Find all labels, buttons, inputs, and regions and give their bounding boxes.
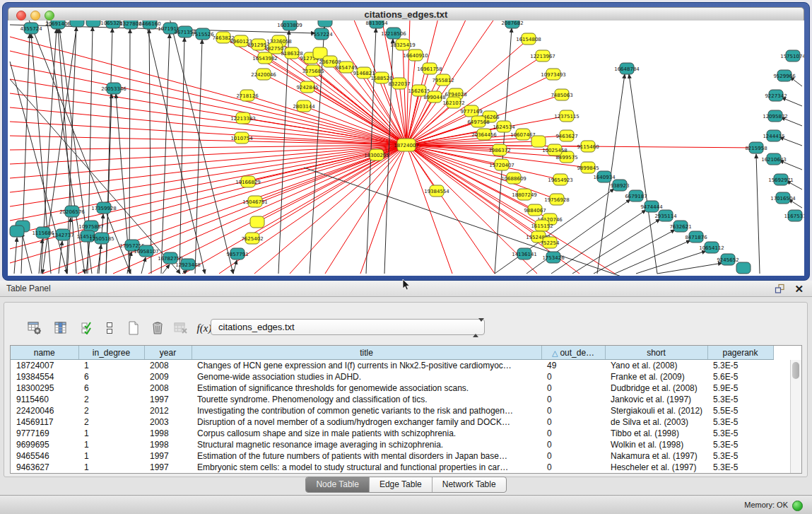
graph-node[interactable]: 9857791 (226, 248, 248, 259)
graph-node[interactable]: 1624534 (493, 121, 515, 132)
table-row[interactable]: 1456911722003Disruption of a novel membe… (11, 416, 773, 428)
select-all-icon[interactable] (76, 318, 98, 338)
graph-node[interactable]: 10688609 (501, 173, 526, 184)
graph-node[interactable]: 12218506 (381, 28, 406, 39)
table-row[interactable]: 946554611997Estimation of the future num… (11, 450, 773, 462)
scrollbar-thumb[interactable] (792, 362, 799, 379)
graph-node[interactable]: 16210643 (761, 153, 787, 165)
table-row[interactable]: 969969511998Structural magnetic resonanc… (11, 439, 773, 450)
graph-node[interactable]: 16961758 (417, 63, 442, 74)
graph-node[interactable]: 19756928 (544, 194, 570, 205)
graph-node[interactable]: 7485063 (551, 89, 572, 100)
delete-entries-icon[interactable] (147, 318, 168, 338)
column-header-out_de[interactable]: △out_de… (541, 346, 605, 360)
graph-node[interactable]: 7557224 (310, 28, 333, 40)
graph-node[interactable]: 9463627 (555, 130, 577, 141)
svg-text:19756928: 19756928 (544, 197, 570, 203)
table-row[interactable]: 1938455462009Genome-wide association stu… (11, 371, 773, 382)
graph-node[interactable]: 9115460 (577, 141, 599, 152)
graph-node[interactable]: 15692971 (768, 174, 794, 185)
column-header-in_degree[interactable]: in_degree (78, 346, 144, 360)
graph-node[interactable]: 1342737 (52, 229, 73, 240)
graph-node[interactable]: 14136141 (512, 248, 537, 259)
column-header-year[interactable]: year (144, 346, 192, 360)
column-header-title[interactable]: title (192, 346, 541, 360)
graph-node[interactable]: 1010754 (230, 132, 253, 144)
graph-node[interactable] (10, 226, 24, 237)
graph-node[interactable]: 19166829 (235, 176, 261, 187)
graph-node[interactable]: 18325419 (390, 39, 416, 50)
create-table-icon[interactable] (123, 318, 144, 338)
network-canvas[interactable]: 7463822896012389129541322605898275031654… (8, 21, 804, 276)
graph-node[interactable]: 20206576 (59, 206, 85, 217)
graph-node[interactable]: 1167533 (784, 210, 804, 221)
graph-node[interactable]: 2803144 (293, 100, 315, 112)
table-row[interactable]: 1872400712008Changes of HCN gene express… (11, 360, 773, 372)
table-selector-dropdown[interactable]: citations_edges.txt (211, 319, 485, 335)
float-panel-icon[interactable] (775, 284, 785, 294)
graph-node[interactable]: 9227342 (765, 90, 787, 101)
graph-node[interactable]: 4355724 (20, 23, 42, 34)
graph-node[interactable]: 16648784 (614, 63, 640, 74)
graph-node[interactable]: 18724007 (394, 139, 419, 151)
column-header-short[interactable]: short (605, 346, 707, 360)
graph-node[interactable] (70, 21, 84, 27)
column-header-name[interactable]: name (11, 346, 78, 360)
memory-status-indicator[interactable] (792, 501, 803, 511)
column-header-pagerank[interactable]: pagerank (707, 346, 773, 360)
graph-node[interactable]: 15046791 (242, 196, 268, 207)
graph-node[interactable]: 12375115 (554, 110, 579, 122)
graph-node[interactable] (86, 21, 100, 27)
graph-node[interactable]: 12213967 (530, 50, 555, 62)
table-settings-icon[interactable] (24, 318, 45, 338)
network-window-titlebar[interactable]: citations_edges.txt (8, 7, 804, 21)
table-row[interactable]: 911546021997Tourette syndrome. Phenomeno… (11, 394, 773, 405)
graph-node[interactable] (736, 262, 751, 274)
graph-node[interactable]: 9899845 (577, 162, 599, 173)
tab-node-table[interactable]: Node Table (306, 477, 369, 492)
graph-node[interactable]: 16154808 (516, 33, 541, 45)
graph-node[interactable]: 938923 (611, 180, 630, 191)
graph-node[interactable]: 16640910 (403, 49, 428, 61)
graph-node[interactable]: 10654112 (699, 242, 724, 253)
graph-node[interactable]: 8813054 (365, 21, 388, 28)
vertical-scrollbar[interactable] (790, 360, 801, 473)
graph-node[interactable]: 6679187 (625, 190, 647, 201)
graph-node[interactable]: 22420046 (251, 69, 276, 80)
graph-node[interactable]: 19654923 (548, 174, 573, 185)
graph-node[interactable]: 9529966 (773, 70, 796, 81)
graph-node[interactable]: 7632621 (669, 221, 691, 232)
close-panel-icon[interactable]: ✕ (794, 281, 804, 296)
table-row[interactable]: 1830029562008Estimation of significance … (11, 382, 773, 394)
graph-node[interactable]: 19384554 (424, 185, 449, 197)
graph-node[interactable]: 15751074 (780, 50, 804, 62)
svg-text:18325419: 18325419 (390, 42, 416, 48)
table-row[interactable]: 977716911998Corpus callosum shape and si… (11, 428, 773, 439)
graph-node[interactable]: 2935114 (654, 210, 677, 221)
table-row[interactable]: 2242004622012Investigating the contribut… (11, 405, 773, 416)
graph-node[interactable] (318, 21, 332, 27)
deselect-all-icon[interactable] (99, 318, 120, 338)
graph-node[interactable] (250, 216, 264, 228)
graph-node[interactable]: 12095872 (763, 110, 788, 122)
graph-node[interactable]: 1244415 (763, 130, 784, 141)
graph-node[interactable]: 20364456 (471, 129, 497, 140)
graph-node[interactable]: 1753426 (542, 252, 565, 263)
table-row[interactable]: 946362711997Embryonic stem cells: a mode… (11, 462, 773, 473)
graph-node[interactable]: 17359928 (91, 202, 117, 214)
tab-network-table[interactable]: Network Table (432, 477, 506, 492)
graph-node[interactable]: 8471876 (685, 231, 707, 243)
graph-node[interactable]: 20691406 (45, 21, 71, 29)
graph-node[interactable]: 16033809 (277, 21, 302, 30)
graph-node[interactable] (531, 136, 546, 147)
network-graph[interactable]: 7463822896012389129541322605898275031654… (8, 21, 804, 276)
graph-node[interactable]: 2087682 (501, 21, 523, 28)
graph-node[interactable]: 8215958 (745, 142, 767, 153)
graph-node[interactable]: 752254 (541, 237, 560, 248)
show-column-icon[interactable] (50, 318, 71, 338)
tab-edge-table[interactable]: Edge Table (369, 477, 432, 492)
svg-text:1115686: 1115686 (32, 230, 54, 236)
graph-node[interactable]: 7625402 (241, 233, 263, 244)
graph-node[interactable]: 1640934 (593, 171, 616, 182)
graph-node[interactable]: 9474444 (640, 201, 663, 212)
